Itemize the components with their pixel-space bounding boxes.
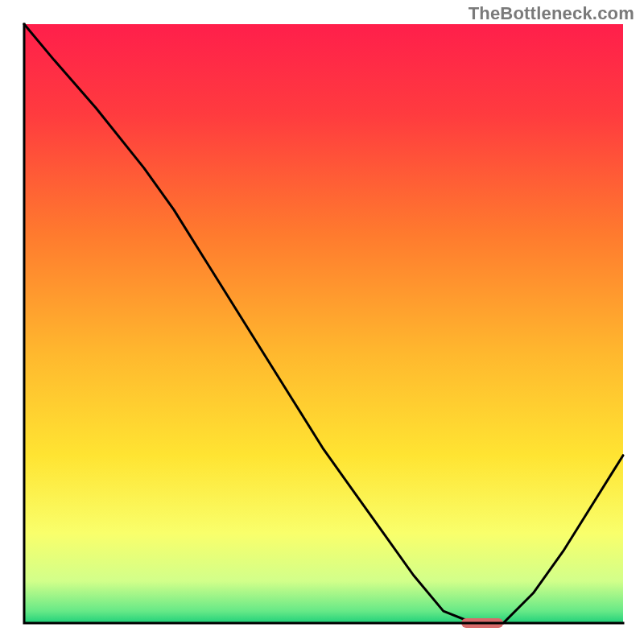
gradient-background <box>24 24 623 623</box>
chart-container: TheBottleneck.com <box>0 0 644 644</box>
bottleneck-chart <box>0 0 644 644</box>
